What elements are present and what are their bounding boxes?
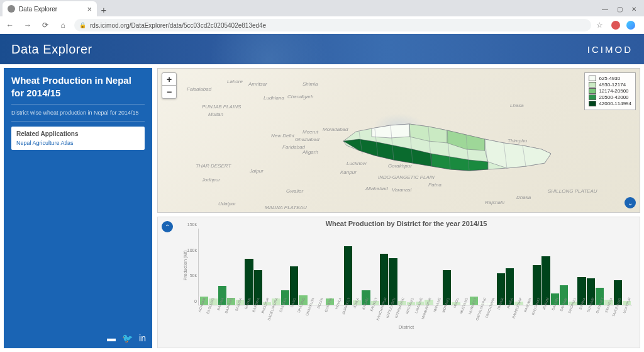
url-text: rds.icimod.org/DataExplorer/data/5cc03cd… — [90, 22, 266, 29]
lock-icon: 🔒 — [79, 22, 86, 28]
home-button[interactable]: ⌂ — [57, 19, 69, 31]
legend-swatch — [589, 82, 596, 88]
bar-plot — [198, 229, 632, 305]
legend-swatch — [589, 76, 596, 81]
y-tick: 0 — [194, 299, 197, 304]
legend-row: 20500-42000 — [589, 94, 631, 100]
y-tick: 150k — [187, 222, 197, 227]
legend-row: 625-4930 — [589, 76, 631, 81]
app-title: Data Explorer — [11, 42, 92, 57]
chart-area: Production (Mt) 050k100k150k ACHHAMBAGLU… — [183, 229, 632, 323]
zoom-control: + − — [162, 72, 177, 99]
address-bar: ← → ⟳ ⌂ 🔒 rds.icimod.org/DataExplorer/da… — [0, 16, 644, 34]
main-panel: LahoreAmritsarFaisalabadLudhianaPUNJAB P… — [157, 68, 640, 348]
map-place-label: Allahabad — [365, 186, 388, 191]
linkedin-icon[interactable]: in — [139, 333, 146, 343]
logo: ICIMOD — [587, 44, 633, 55]
extension-icon[interactable] — [611, 21, 620, 30]
legend-row: 4930-12174 — [589, 82, 631, 88]
minimize-button[interactable]: — — [602, 6, 608, 13]
map-place-label: Dhaka — [516, 195, 531, 200]
tab-bar: Data Explorer × + — ▢ ✕ — [0, 0, 644, 16]
related-link[interactable]: Nepal Agriculture Atlas — [16, 140, 140, 146]
collapse-map-button[interactable]: ⌄ — [625, 197, 636, 208]
related-applications-box: Related Applications Nepal Agriculture A… — [11, 127, 145, 150]
legend-label: 4930-12174 — [599, 82, 626, 88]
map-place-label: PUNJAB PLAINS — [202, 104, 241, 110]
content-area: Wheat Production in Nepal for 2014/15 Di… — [0, 64, 644, 352]
map-place-label: Amritsar — [248, 81, 267, 87]
twitter-icon[interactable]: 🐦 — [122, 333, 133, 343]
back-button[interactable]: ← — [4, 19, 16, 31]
map-place-label: MALWA PLATEAU — [265, 205, 307, 210]
sidebar: Wheat Production in Nepal for 2014/15 Di… — [4, 68, 152, 348]
map-place-label: Multan — [208, 111, 223, 117]
page-title: Wheat Production in Nepal for 2014/15 — [11, 74, 145, 105]
close-window-button[interactable]: ✕ — [631, 6, 636, 13]
legend-row: 42000-114994 — [589, 101, 631, 106]
map-place-label: Jodhpur — [202, 177, 220, 183]
x-axis-title: District — [178, 324, 635, 330]
legend-row: 12174-20500 — [589, 88, 631, 94]
map-legend: 625-49304930-1217412174-2050020500-42000… — [584, 72, 636, 110]
extension-icons: ☆ — [596, 21, 640, 30]
expand-chart-button[interactable]: ⌃ — [162, 221, 173, 232]
tab-title: Data Explorer — [19, 6, 57, 13]
window-controls: — ▢ ✕ — [594, 2, 644, 16]
x-axis-labels: ACHHAMBAGLUNGBAITADIBAJHANGBAJURABANKEBA… — [198, 298, 632, 323]
legend-swatch — [589, 88, 596, 94]
legend-label: 42000-114994 — [599, 101, 631, 106]
legend-label: 12174-20500 — [599, 88, 628, 94]
favicon-icon — [8, 5, 15, 13]
map-place-label: Lahore — [227, 79, 243, 84]
map-place-label: Gwalior — [286, 188, 303, 194]
legend-swatch — [589, 101, 596, 106]
map-place-label: Shimla — [303, 81, 318, 87]
map-place-label: Patna — [428, 182, 441, 188]
reload-button[interactable]: ⟳ — [39, 19, 52, 31]
map-place-label: THAR DESERT — [196, 163, 231, 169]
map-place-label: Varanasi — [392, 187, 411, 193]
maximize-button[interactable]: ▢ — [617, 6, 623, 13]
app-header: Data Explorer ICIMOD — [0, 34, 644, 64]
social-links: ▬ 🐦 in — [107, 333, 146, 343]
y-axis: 050k100k150k — [179, 229, 197, 305]
zoom-in-button[interactable]: + — [162, 73, 176, 86]
map-place-label: Ludhiana — [264, 95, 284, 101]
forward-button[interactable]: → — [21, 19, 34, 31]
legend-label: 625-4930 — [599, 76, 620, 81]
browser-tab[interactable]: Data Explorer × — [3, 1, 97, 16]
url-field[interactable]: 🔒 rds.icimod.org/DataExplorer/data/5cc03… — [74, 19, 591, 31]
zoom-out-button[interactable]: − — [162, 86, 176, 98]
map-place-label: New Delhi — [271, 133, 294, 139]
chart-panel: ⌃ Wheat Production by District for the y… — [157, 217, 640, 348]
bookmark-icon[interactable]: ☆ — [596, 21, 605, 30]
map-place-label: Aligarh — [303, 149, 318, 155]
map-place-label: Lhasa — [510, 103, 524, 108]
y-tick: 50k — [190, 273, 197, 278]
related-heading: Related Applications — [16, 130, 140, 137]
map-place-label: Faridabad — [282, 144, 305, 150]
y-tick: 100k — [187, 247, 197, 252]
nepal-choropleth — [340, 119, 554, 182]
profile-icon[interactable] — [626, 21, 635, 30]
map-panel[interactable]: LahoreAmritsarFaisalabadLudhianaPUNJAB P… — [157, 68, 640, 213]
map-place-label: Ghaziabad — [295, 137, 319, 142]
map-place-label: Jaipur — [250, 168, 264, 174]
legend-swatch — [589, 94, 596, 100]
chart-title: Wheat Production by District for the yea… — [178, 220, 635, 227]
facebook-icon[interactable]: ▬ — [107, 333, 116, 343]
map-place-label: SHILLONG PLATEAU — [548, 188, 597, 194]
map-place-label: Chandigarh — [287, 94, 313, 99]
browser-chrome: Data Explorer × + — ▢ ✕ ← → ⟳ ⌂ 🔒 rds.ic… — [0, 0, 644, 34]
chart-bar[interactable] — [344, 246, 352, 305]
map-place-label: Faisalabad — [187, 86, 211, 92]
legend-label: 20500-42000 — [599, 94, 628, 100]
page-subtitle: District wise wheat production in Nepal … — [11, 110, 145, 122]
map-place-label: Udaipur — [218, 201, 236, 207]
new-tab-button[interactable]: + — [97, 3, 111, 16]
map-place-label: Meerut — [303, 129, 318, 135]
map-place-label: Rajshahi — [485, 200, 504, 205]
close-icon[interactable]: × — [87, 4, 92, 14]
